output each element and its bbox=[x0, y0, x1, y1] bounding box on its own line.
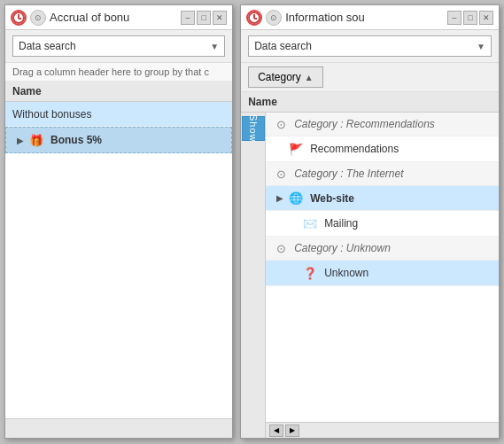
gift-icon: 🎁 bbox=[27, 131, 45, 149]
right-nav-btn[interactable]: ⊙ bbox=[266, 10, 282, 26]
category-clock-icon-3: ⊙ bbox=[273, 240, 289, 256]
table-row[interactable]: ▶ 🎁 Bonus 5% bbox=[5, 127, 232, 153]
scroll-left-btn[interactable]: ◀ bbox=[269, 425, 283, 437]
right-close-btn[interactable]: ✕ bbox=[479, 11, 493, 25]
left-status-bar bbox=[5, 418, 232, 438]
row-label: Mailing bbox=[324, 217, 358, 230]
row-expand-icon-web[interactable]: ▶ bbox=[273, 191, 287, 206]
right-search-dropdown[interactable]: Data search ▼ bbox=[248, 35, 492, 57]
globe-icon: 🌐 bbox=[287, 190, 305, 207]
question-icon: ❓ bbox=[301, 264, 319, 282]
category-btn-label: Category bbox=[258, 71, 301, 83]
right-title-controls: – □ ✕ bbox=[447, 11, 493, 25]
table-row[interactable]: 🚩 Recommendations bbox=[266, 136, 499, 162]
category-group-btn[interactable]: Category ▲ bbox=[248, 66, 323, 88]
table-row[interactable]: ❓ Unknown bbox=[266, 261, 499, 286]
show-btn-label: Show bbox=[248, 114, 259, 143]
right-dropdown-arrow: ▼ bbox=[477, 42, 485, 51]
row-label: Web-site bbox=[310, 192, 354, 205]
row-label: Bonus 5% bbox=[50, 134, 102, 146]
left-window-title: Accrual of bonu bbox=[50, 11, 177, 24]
right-search-text: Data search bbox=[254, 40, 312, 52]
left-table-body: Without bonuses ▶ 🎁 Bonus 5% bbox=[5, 102, 232, 418]
left-nav-btn[interactable]: ⊙ bbox=[30, 10, 46, 26]
left-app-icon bbox=[11, 10, 27, 26]
left-search-text: Data search bbox=[19, 40, 76, 52]
category-clock-icon: ⊙ bbox=[273, 116, 289, 132]
right-table-body: ⊙ Category : Recommendations 🚩 Recommend… bbox=[266, 113, 499, 422]
right-sidebar: Show bbox=[241, 113, 266, 438]
right-table-header: Name bbox=[241, 92, 499, 113]
accrual-bonuses-window: ⊙ Accrual of bonu – □ ✕ Data search ▼ Dr… bbox=[4, 4, 233, 439]
table-row[interactable]: ✉️ Mailing bbox=[266, 211, 499, 237]
horizontal-scrollbar: ◀ ▶ bbox=[266, 422, 499, 438]
left-maximize-btn[interactable]: □ bbox=[197, 11, 211, 25]
left-minimize-btn[interactable]: – bbox=[181, 11, 195, 25]
right-minimize-btn[interactable]: – bbox=[447, 11, 461, 25]
information-sources-window: ⊙ Information sou – □ ✕ Data search ▼ Ca… bbox=[240, 4, 500, 439]
category-label: Category : Unknown bbox=[294, 242, 391, 254]
category-label: Category : Recommendations bbox=[294, 118, 435, 130]
category-toolbar: Category ▲ bbox=[241, 63, 499, 92]
left-dropdown-arrow: ▼ bbox=[210, 42, 219, 51]
right-main-list: ⊙ Category : Recommendations 🚩 Recommend… bbox=[266, 113, 499, 438]
row-label: Without bonuses bbox=[12, 108, 91, 121]
right-maximize-btn[interactable]: □ bbox=[463, 11, 477, 25]
category-row: ⊙ Category : Unknown bbox=[266, 237, 499, 261]
category-clock-icon-2: ⊙ bbox=[273, 166, 289, 182]
category-row: ⊙ Category : The Internet bbox=[266, 162, 499, 186]
left-close-btn[interactable]: ✕ bbox=[213, 11, 227, 25]
left-toolbar: Data search ▼ bbox=[5, 30, 232, 63]
scroll-right-btn[interactable]: ▶ bbox=[285, 425, 299, 437]
flag-icon: 🚩 bbox=[287, 140, 305, 158]
row-expand-icon[interactable]: ▶ bbox=[13, 133, 27, 147]
row-label: Recommendations bbox=[310, 143, 399, 155]
right-window-title: Information sou bbox=[285, 11, 444, 24]
table-row[interactable]: ▶ 🌐 Web-site bbox=[266, 186, 499, 211]
left-group-hint: Drag a column header here to group by th… bbox=[5, 63, 232, 82]
left-title-controls: – □ ✕ bbox=[181, 11, 227, 25]
table-row[interactable]: Without bonuses bbox=[5, 102, 232, 127]
right-app-icon bbox=[246, 10, 262, 26]
row-label: Unknown bbox=[324, 267, 368, 279]
right-toolbar: Data search ▼ bbox=[241, 30, 499, 63]
left-search-dropdown[interactable]: Data search ▼ bbox=[12, 35, 225, 57]
left-title-bar: ⊙ Accrual of bonu – □ ✕ bbox=[5, 5, 232, 30]
right-content-area: Show ⊙ Category : Recommendations 🚩 Reco… bbox=[241, 113, 499, 438]
show-panel-btn[interactable]: Show bbox=[242, 116, 265, 141]
right-title-bar: ⊙ Information sou – □ ✕ bbox=[241, 5, 499, 30]
mail-icon: ✉️ bbox=[301, 214, 319, 232]
category-arrow-icon: ▲ bbox=[305, 73, 314, 82]
category-row: ⊙ Category : Recommendations bbox=[266, 113, 499, 136]
left-table-header: Name bbox=[5, 82, 232, 102]
category-label: Category : The Internet bbox=[294, 167, 403, 180]
